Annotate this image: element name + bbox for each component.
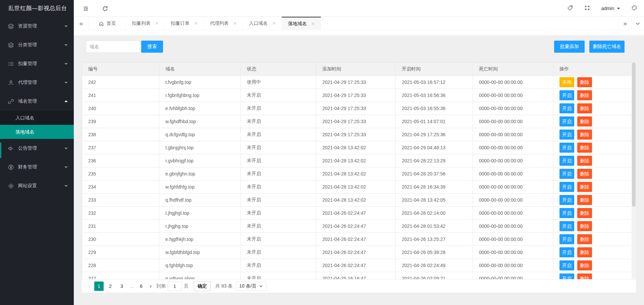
table-row: 233q.fhdfhdf.top未开启2021-04-28 13:42:0220… bbox=[82, 194, 632, 207]
cell-actions: 开启删除 bbox=[553, 115, 632, 128]
close-icon[interactable]: × bbox=[194, 21, 197, 26]
close-icon[interactable]: × bbox=[272, 21, 275, 26]
open-domain-button[interactable]: 开启 bbox=[559, 182, 574, 192]
sidebar-item-notice[interactable]: 公告管理 bbox=[0, 139, 74, 158]
page-number[interactable]: 6 bbox=[137, 282, 146, 291]
page-number[interactable]: 1 bbox=[94, 282, 104, 291]
search-button[interactable]: 搜索 bbox=[141, 41, 163, 53]
tabs-scroll-left-icon[interactable]: « bbox=[74, 17, 89, 30]
tab-扣量订单[interactable]: 扣量订单× bbox=[165, 17, 204, 30]
cell-opened: 2021-04-29 04:48:13 bbox=[396, 141, 473, 154]
open-domain-button[interactable]: 开启 bbox=[559, 103, 574, 113]
sidebar-item-agent[interactable]: 代理管理 bbox=[0, 73, 74, 92]
open-domain-button[interactable]: 开启 bbox=[559, 195, 574, 205]
cell-id: 228 bbox=[82, 259, 159, 272]
delete-domain-button[interactable]: 删除 bbox=[577, 169, 592, 179]
sidebar-subitem[interactable]: 落地域名 bbox=[0, 125, 74, 139]
delete-domain-button[interactable]: 删除 bbox=[577, 77, 592, 87]
yen-icon bbox=[8, 164, 14, 170]
sidebar-item-label: 财务管理 bbox=[18, 164, 37, 170]
delete-domain-button[interactable]: 删除 bbox=[577, 260, 592, 270]
tab-落地域名[interactable]: 落地域名× bbox=[282, 17, 321, 30]
fullscreen-icon[interactable] bbox=[584, 5, 590, 12]
tag-icon[interactable] bbox=[567, 5, 573, 12]
sidebar-item-category[interactable]: 分类管理 bbox=[0, 36, 74, 54]
close-icon[interactable]: × bbox=[233, 21, 236, 26]
cell-domain: r.jhgjhg.top bbox=[159, 220, 241, 233]
collapse-menu-icon[interactable] bbox=[77, 0, 94, 17]
close-icon[interactable]: × bbox=[155, 21, 158, 26]
cell-died: 0000-00-00 00:00:00 bbox=[473, 102, 553, 115]
delete-domain-button[interactable]: 删除 bbox=[577, 90, 592, 100]
tab-入口域名[interactable]: 入口域名× bbox=[243, 17, 282, 30]
tabs-scroll-right-icon[interactable]: » bbox=[619, 17, 631, 30]
sidebar-item-deduct[interactable]: 扣量管理 bbox=[0, 54, 74, 73]
cell-domain: e.gbnjfghn.top bbox=[159, 167, 241, 181]
sidebar-item-domain[interactable]: 域名管理 bbox=[0, 92, 74, 111]
open-domain-button[interactable]: 开启 bbox=[559, 247, 574, 257]
page-number[interactable]: 3 bbox=[117, 282, 126, 291]
open-domain-button[interactable]: 开启 bbox=[559, 260, 574, 270]
cell-opened: 2021-05-03 16:57:12 bbox=[396, 76, 473, 89]
tab-代理列表[interactable]: 代理列表× bbox=[204, 17, 243, 30]
batch-add-button[interactable]: 批量添加 bbox=[554, 41, 585, 53]
cell-added: 2021-04-26 02:24:47 bbox=[316, 220, 396, 233]
page-prev-icon[interactable]: ‹ bbox=[86, 283, 93, 290]
goto-page-input[interactable] bbox=[168, 282, 182, 291]
cell-domain: q.fghbfgh.top bbox=[159, 259, 241, 272]
tab-首页[interactable]: 首页 bbox=[89, 17, 126, 30]
table-scrollbar-thumb[interactable] bbox=[632, 62, 636, 207]
tab-扣量列表[interactable]: 扣量列表× bbox=[126, 17, 165, 30]
open-domain-button[interactable]: 开启 bbox=[559, 116, 574, 126]
delete-domain-button[interactable]: 删除 bbox=[577, 234, 592, 244]
sidebar-scrollbar-thumb[interactable] bbox=[0, 143, 1, 158]
confirm-button[interactable]: 确定 bbox=[194, 281, 211, 291]
tabs-menu-icon[interactable] bbox=[631, 17, 644, 30]
open-domain-button[interactable]: 开启 bbox=[559, 208, 574, 218]
cell-died: 0000-00-00 00:00:00 bbox=[473, 154, 553, 167]
sidebar-item-finance[interactable]: 财务管理 bbox=[0, 158, 74, 176]
page-size-select[interactable]: 10 条/页 bbox=[236, 282, 266, 291]
cell-opened: 2021-04-28 13:42:05 bbox=[396, 194, 473, 207]
open-domain-button[interactable]: 开启 bbox=[559, 143, 574, 153]
delete-domain-button[interactable]: 删除 bbox=[577, 182, 592, 192]
domains-table: 编号域名状态添加时间开启时间死亡时间操作 242t.fvgbnfg.top使用中… bbox=[82, 62, 632, 285]
cell-actions: 开启删除 bbox=[553, 259, 632, 272]
page-next-icon[interactable]: › bbox=[147, 283, 154, 290]
page-size-value: 10 条/页 bbox=[239, 283, 256, 289]
open-domain-button[interactable]: 开启 bbox=[559, 90, 574, 100]
delete-domain-button[interactable]: 删除 bbox=[577, 221, 592, 231]
page-number[interactable]: 2 bbox=[106, 282, 115, 291]
open-domain-button[interactable]: 开启 bbox=[559, 130, 574, 140]
delete-domain-button[interactable]: 删除 bbox=[577, 156, 592, 166]
open-domain-button[interactable]: 开启 bbox=[559, 169, 574, 179]
tab-label: 扣量订单 bbox=[171, 20, 190, 27]
refresh-icon[interactable] bbox=[97, 0, 113, 17]
palette-icon[interactable] bbox=[632, 5, 637, 12]
sidebar-item-resource[interactable]: 资源管理 bbox=[0, 17, 74, 36]
delete-domain-button[interactable]: 删除 bbox=[577, 130, 592, 140]
delete-domain-button[interactable]: 删除 bbox=[577, 103, 592, 113]
cell-actions: 开启删除 bbox=[553, 246, 632, 259]
delete-domain-button[interactable]: 删除 bbox=[577, 195, 592, 205]
delete-domain-button[interactable]: 删除 bbox=[577, 116, 592, 126]
table-row: 231r.jhgjhg.top未开启2021-04-26 02:24:47202… bbox=[82, 220, 632, 233]
delete-domain-button[interactable]: 删除 bbox=[577, 208, 592, 218]
close-icon[interactable]: × bbox=[311, 21, 314, 27]
open-domain-button[interactable]: 开启 bbox=[559, 234, 574, 244]
open-domain-button[interactable]: 开启 bbox=[559, 221, 574, 231]
sidebar-subitem[interactable]: 入口域名 bbox=[0, 111, 74, 125]
delete-dead-domains-button[interactable]: 删除死亡域名 bbox=[589, 41, 625, 53]
cell-status: 未开启 bbox=[241, 194, 316, 207]
sidebar-item-site[interactable]: 网站设置 bbox=[0, 176, 74, 195]
delete-domain-button[interactable]: 删除 bbox=[577, 247, 592, 257]
delete-domain-button[interactable]: 删除 bbox=[577, 143, 592, 153]
close-domain-button[interactable]: 关闭 bbox=[559, 77, 574, 87]
open-domain-button[interactable]: 开启 bbox=[559, 156, 574, 166]
cell-added: 2021-04-29 17:25:33 bbox=[316, 115, 396, 128]
user-menu[interactable]: admin bbox=[601, 6, 620, 11]
search-input[interactable] bbox=[86, 41, 140, 53]
cell-actions: 开启删除 bbox=[553, 154, 632, 167]
cell-died: 0000-00-00 00:00:00 bbox=[473, 259, 553, 272]
table-scrollbar[interactable] bbox=[632, 62, 636, 279]
